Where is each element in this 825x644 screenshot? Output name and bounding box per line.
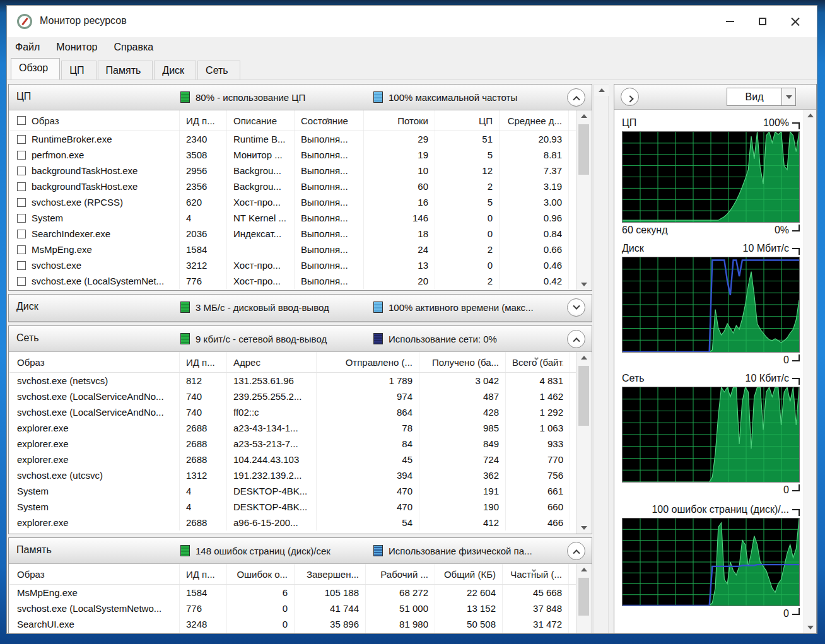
- scroll-up-icon[interactable]: [576, 110, 591, 122]
- table-row[interactable]: svchost.exe (LocalServiceAndNo...740ff02…: [9, 404, 576, 420]
- column-header[interactable]: ЦП: [435, 110, 500, 131]
- scroll-up-icon[interactable]: [804, 110, 816, 121]
- column-header[interactable]: Адрес: [227, 352, 317, 372]
- dropdown-arrow-icon[interactable]: [781, 88, 795, 105]
- row-checkbox[interactable]: [17, 151, 26, 160]
- table-row[interactable]: System4NT Kernel ...Выполня...14600.96: [9, 210, 576, 226]
- column-header[interactable]: Образ: [9, 352, 180, 372]
- table-row[interactable]: MsMpEng.exe15846105 18868 27222 60445 66…: [9, 585, 576, 600]
- cpu-graph-max: 100%: [763, 117, 789, 129]
- column-header[interactable]: ИД п...: [180, 564, 227, 584]
- table-row[interactable]: explorer.exe2688a23-43-134-1...789851 06…: [9, 420, 576, 436]
- cell-text: 4: [186, 501, 191, 512]
- column-header[interactable]: Частный (...: [503, 564, 569, 584]
- scroll-up-icon[interactable]: [576, 352, 591, 363]
- cpu-section-header[interactable]: ЦП 80% - использование ЦП 100% максималь…: [9, 85, 592, 110]
- main-scrollbar[interactable]: [594, 84, 609, 634]
- row-checkbox[interactable]: [17, 230, 26, 238]
- minimize-button[interactable]: [713, 11, 746, 32]
- table-row[interactable]: explorer.exe2688a96-6-15-200...54412466: [9, 515, 576, 530]
- table-row[interactable]: MsMpEng.exe1584Выполня...2420.66: [9, 242, 576, 257]
- row-checkbox[interactable]: [17, 116, 26, 125]
- tab-network[interactable]: Сеть: [197, 61, 240, 79]
- memory-section-header[interactable]: Память 148 ошибок страниц (диск)/сек Исп…: [9, 538, 592, 564]
- row-checkbox[interactable]: [17, 245, 26, 254]
- close-button[interactable]: [779, 11, 812, 32]
- panel-collapse-button[interactable]: [621, 88, 639, 106]
- menu-monitor[interactable]: Монитор: [48, 39, 105, 56]
- network-section-header[interactable]: Сеть 9 кбит/с - сетевой ввод-вывод Испол…: [9, 326, 592, 352]
- table-row[interactable]: RuntimeBroker.exe2340Runtime B...Выполня…: [9, 131, 576, 147]
- table-row[interactable]: System4016421 09211620 976: [9, 632, 576, 634]
- column-header[interactable]: Рабочий ...: [366, 564, 435, 584]
- table-row[interactable]: System4DESKTOP-4BK...470190660: [9, 499, 576, 515]
- column-header[interactable]: Образ: [9, 110, 180, 131]
- row-checkbox[interactable]: [17, 261, 26, 270]
- table-cell: 4: [180, 483, 227, 499]
- menu-file[interactable]: Файл: [7, 39, 48, 56]
- row-checkbox[interactable]: [17, 198, 26, 207]
- tab-disk[interactable]: Диск: [154, 61, 196, 79]
- table-row[interactable]: backgroundTaskHost.exe2356Backgrou...Вып…: [9, 179, 576, 194]
- column-header[interactable]: Ошибок о...: [227, 564, 295, 584]
- column-header[interactable]: Общий (КБ): [435, 564, 503, 584]
- table-row[interactable]: System4DESKTOP-4BK...470191661: [9, 483, 576, 499]
- column-header[interactable]: Состояние: [295, 110, 364, 131]
- table-cell: Выполня...: [295, 163, 364, 179]
- table-row[interactable]: svchost.exe (netsvcs)812131.253.61.961 7…: [9, 373, 576, 389]
- table-row[interactable]: explorer.exe2688104.244.43.10345724770: [9, 452, 576, 467]
- table-row[interactable]: backgroundTaskHost.exe2956Backgrou...Вып…: [9, 163, 576, 179]
- row-checkbox[interactable]: [17, 182, 26, 191]
- scroll-down-icon[interactable]: [576, 279, 591, 290]
- row-checkbox[interactable]: [17, 135, 26, 144]
- scroll-down-icon[interactable]: [804, 622, 816, 633]
- network-table-scrollbar[interactable]: [576, 352, 591, 534]
- cpu-collapse-button[interactable]: [567, 88, 585, 107]
- memory-table-scrollbar[interactable]: [576, 564, 591, 634]
- cell-text: System: [32, 213, 63, 223]
- view-dropdown-button[interactable]: Вид: [727, 88, 796, 106]
- cell-text: ИД п...: [186, 569, 215, 580]
- column-header[interactable]: Получено (ба...: [419, 352, 506, 372]
- cpu-table-scrollbar[interactable]: [576, 110, 591, 290]
- disk-expand-button[interactable]: [567, 298, 585, 317]
- row-checkbox[interactable]: [17, 277, 26, 286]
- row-checkbox[interactable]: [17, 214, 26, 223]
- table-row[interactable]: SearchUI.exe3248035 89681 98050 50831 47…: [9, 616, 576, 632]
- table-row[interactable]: svchost.exe (RPCSS)620Хост-про...Выполня…: [9, 194, 576, 210]
- table-row[interactable]: svchost.exe (utcsvc)1312191.232.139.2...…: [9, 467, 576, 483]
- scrollbar-thumb[interactable]: [578, 578, 589, 616]
- column-header[interactable]: Описание: [227, 110, 295, 131]
- column-header[interactable]: Завершен...: [295, 564, 366, 584]
- column-header[interactable]: Отправлено (...: [317, 352, 419, 372]
- column-header[interactable]: ИД п...: [180, 110, 227, 131]
- tab-cpu[interactable]: ЦП: [61, 61, 96, 79]
- panel-scrollbar[interactable]: [804, 110, 816, 633]
- scroll-up-icon[interactable]: [594, 85, 609, 96]
- column-header[interactable]: Всего (байт/с): [506, 352, 570, 372]
- table-row[interactable]: explorer.exe2688a23-53-213-7...84849933: [9, 436, 576, 452]
- row-checkbox[interactable]: [17, 167, 26, 175]
- table-row[interactable]: svchost.exe3212Хост-про...Выполня...1300…: [9, 257, 576, 273]
- scroll-up-icon[interactable]: [576, 564, 591, 575]
- tab-memory[interactable]: Память: [98, 61, 153, 79]
- column-header[interactable]: Среднее д...: [500, 110, 569, 131]
- column-header[interactable]: Потоки: [364, 110, 435, 131]
- table-row[interactable]: svchost.exe (LocalSystemNet...776Хост-пр…: [9, 273, 576, 289]
- scrollbar-thumb[interactable]: [578, 366, 589, 426]
- column-header[interactable]: ИД п...: [180, 352, 227, 372]
- scroll-down-icon[interactable]: [576, 522, 591, 534]
- sort-descending-icon: [532, 565, 537, 570]
- disk-section-header[interactable]: Диск 3 МБ/с - дисковый ввод-вывод 100% а…: [9, 295, 592, 322]
- column-header[interactable]: Образ: [9, 564, 180, 584]
- menu-help[interactable]: Справка: [105, 39, 161, 56]
- table-row[interactable]: perfmon.exe3508Монитор ...Выполня...1958…: [9, 147, 576, 163]
- tab-overview[interactable]: Обзор: [11, 58, 60, 79]
- table-row[interactable]: svchost.exe (LocalSystemNetwo...776041 7…: [9, 600, 576, 616]
- maximize-button[interactable]: [746, 11, 779, 32]
- scrollbar-thumb[interactable]: [578, 124, 589, 175]
- memory-collapse-button[interactable]: [567, 542, 585, 560]
- table-row[interactable]: SearchIndexer.exe2036Индексат...Выполня.…: [9, 226, 576, 242]
- table-row[interactable]: svchost.exe (LocalServiceAndNo...740239.…: [9, 389, 576, 404]
- network-collapse-button[interactable]: [567, 330, 585, 348]
